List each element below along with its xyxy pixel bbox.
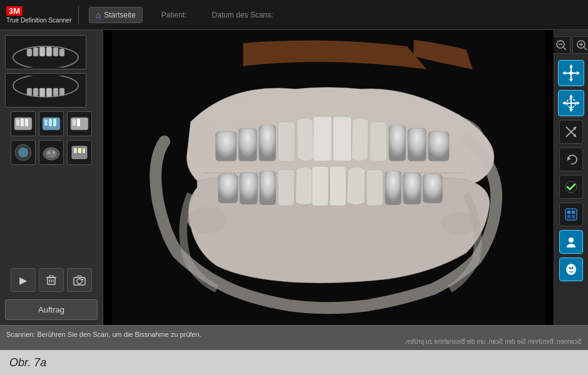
controls-row: ▶ — [5, 264, 98, 292]
svg-rect-50 — [333, 116, 351, 161]
svg-rect-51 — [370, 122, 387, 161]
avatar1-button[interactable] — [559, 230, 583, 254]
confirm-button[interactable] — [559, 175, 583, 199]
nav-button[interactable]: ⌂ Startseite — [89, 7, 143, 23]
svg-point-28 — [46, 149, 57, 158]
datum-field: Datum des Scans: — [212, 11, 273, 19]
svg-rect-46 — [238, 128, 256, 161]
header: 3M True Definition Scanner ⌂ Startseite … — [0, 0, 588, 30]
svg-rect-58 — [260, 171, 276, 206]
home-icon: ⌂ — [96, 10, 101, 20]
svg-rect-49 — [313, 116, 332, 161]
svg-point-43 — [82, 279, 84, 281]
svg-point-100 — [569, 238, 574, 242]
svg-rect-21 — [53, 119, 56, 126]
play-button[interactable]: ▶ — [11, 268, 36, 292]
svg-rect-98 — [567, 215, 570, 218]
svg-rect-63 — [385, 171, 401, 206]
svg-rect-56 — [218, 174, 238, 203]
svg-line-70 — [564, 48, 566, 50]
thumb-sm-6[interactable] — [67, 140, 92, 165]
svg-point-81 — [569, 71, 573, 75]
patient-label: Patient: — [161, 11, 187, 19]
thumb-sm-4[interactable] — [11, 140, 36, 165]
app-title: True Definition Scanner — [6, 17, 72, 24]
viewport[interactable] — [103, 30, 554, 325]
svg-marker-78 — [569, 79, 573, 82]
thumbnail-row-1 — [5, 111, 98, 136]
svg-point-103 — [572, 267, 574, 269]
svg-point-26 — [18, 148, 28, 158]
status-bar: Scannen: Berühren Sie den Scan, um die B… — [0, 325, 588, 350]
svg-rect-15 — [16, 119, 19, 126]
svg-rect-17 — [25, 119, 28, 126]
svg-marker-85 — [569, 94, 573, 98]
svg-rect-5 — [53, 48, 58, 56]
svg-rect-45 — [216, 132, 237, 161]
svg-rect-12 — [53, 88, 58, 96]
svg-rect-13 — [59, 88, 64, 96]
thumb-sm-5[interactable] — [39, 140, 64, 165]
thumb-lower-arch[interactable] — [5, 73, 86, 108]
svg-point-42 — [77, 279, 82, 284]
auftrag-button[interactable]: Auftrag — [5, 299, 98, 320]
thumb-sm-2[interactable] — [39, 111, 64, 136]
diagonal-arrows-button[interactable] — [559, 120, 583, 144]
nav-button-label: Startseite — [104, 11, 136, 19]
svg-point-102 — [569, 267, 571, 269]
obr-text: Obr. 7a — [9, 356, 46, 369]
pan-button[interactable] — [558, 60, 584, 86]
svg-rect-95 — [565, 209, 577, 220]
svg-rect-40 — [49, 276, 53, 278]
svg-rect-32 — [74, 148, 77, 153]
svg-marker-77 — [569, 64, 573, 68]
svg-rect-59 — [278, 169, 294, 206]
svg-rect-54 — [428, 132, 449, 161]
logo-3m: 3M — [6, 6, 23, 16]
svg-marker-93 — [567, 157, 571, 161]
svg-point-0 — [13, 46, 78, 68]
scan-visualization — [103, 30, 554, 325]
svg-rect-16 — [21, 119, 24, 126]
mesh-view-button[interactable] — [559, 202, 583, 226]
svg-rect-99 — [572, 215, 575, 218]
thumb-sm-3[interactable] — [67, 111, 92, 136]
reset-button[interactable] — [559, 148, 583, 171]
thumb-upper-arch[interactable] — [5, 35, 86, 69]
svg-rect-34 — [83, 148, 85, 153]
svg-rect-52 — [388, 125, 405, 161]
svg-rect-62 — [367, 169, 383, 206]
main-content: ▶ — [0, 30, 588, 325]
svg-rect-9 — [33, 88, 38, 96]
rotate-button[interactable] — [558, 90, 584, 116]
svg-rect-6 — [59, 49, 64, 56]
logo-area: 3M True Definition Scanner — [6, 6, 79, 24]
zoom-out-button[interactable] — [552, 36, 570, 54]
app-container: 3M True Definition Scanner ⌂ Startseite … — [0, 0, 588, 350]
svg-marker-80 — [577, 71, 580, 75]
svg-point-30 — [53, 151, 55, 154]
svg-rect-20 — [49, 119, 52, 126]
svg-rect-96 — [567, 211, 570, 214]
svg-marker-87 — [562, 101, 565, 105]
avatar2-button[interactable] — [559, 258, 583, 281]
svg-rect-65 — [423, 174, 442, 203]
status-line-2: Scannen: Berühren Sie den Scan, um die B… — [6, 338, 582, 345]
delete-button[interactable] — [39, 268, 64, 292]
bottom-label: Obr. 7a — [0, 350, 588, 375]
svg-rect-24 — [77, 119, 80, 126]
svg-rect-61 — [330, 166, 346, 206]
svg-rect-4 — [46, 47, 52, 56]
camera-button[interactable] — [67, 268, 92, 292]
svg-point-101 — [566, 264, 576, 275]
zoom-in-button[interactable] — [572, 36, 589, 54]
svg-rect-47 — [259, 125, 276, 161]
status-line-1: Scannen: Berühren Sie den Scan, um die B… — [6, 331, 582, 338]
svg-rect-48 — [278, 122, 295, 161]
svg-point-7 — [13, 76, 78, 97]
thumb-sm-1[interactable] — [11, 111, 36, 136]
svg-rect-1 — [27, 49, 32, 56]
svg-rect-2 — [33, 48, 38, 56]
svg-rect-64 — [403, 173, 421, 204]
header-meta: Patient: Datum des Scans: — [161, 11, 273, 19]
